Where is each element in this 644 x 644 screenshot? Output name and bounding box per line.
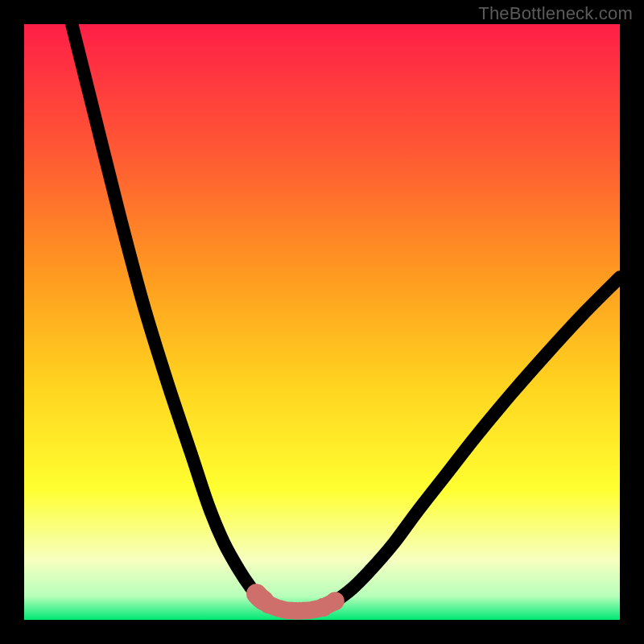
gradient-background bbox=[24, 24, 620, 620]
chart-frame: TheBottleneck.com bbox=[0, 0, 644, 644]
optimal-marker-1-cap bbox=[259, 595, 278, 613]
watermark-text: TheBottleneck.com bbox=[478, 3, 633, 24]
optimal-marker-2-cap bbox=[326, 592, 345, 610]
chart-svg bbox=[24, 24, 620, 620]
plot-area bbox=[24, 24, 620, 620]
